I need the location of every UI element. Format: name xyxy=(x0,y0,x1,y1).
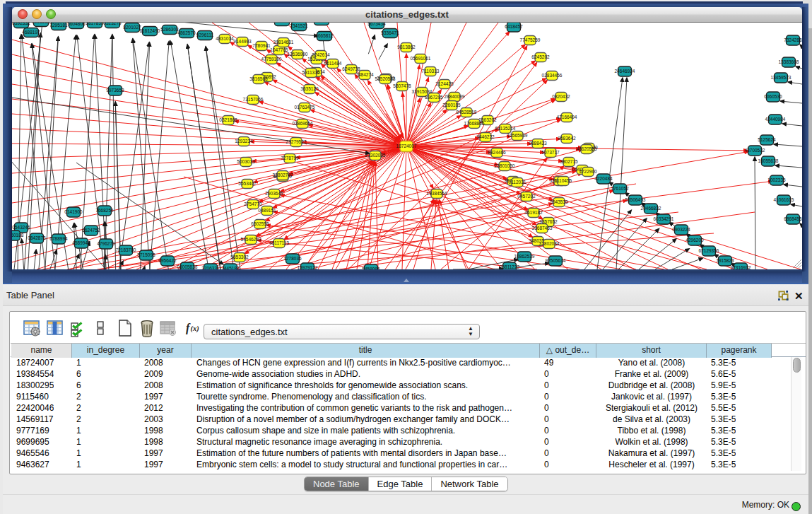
svg-text:4722900: 4722900 xyxy=(579,169,597,174)
svg-text:7915823: 7915823 xyxy=(716,258,734,263)
svg-text:25801030: 25801030 xyxy=(495,163,515,168)
svg-text:6418457: 6418457 xyxy=(505,24,523,29)
svg-text:0457202: 0457202 xyxy=(517,194,536,199)
svg-text:9144993: 9144993 xyxy=(233,39,252,44)
svg-text:8967295: 8967295 xyxy=(425,95,443,100)
svg-text:33687463: 33687463 xyxy=(532,226,553,230)
svg-text:43700532: 43700532 xyxy=(745,148,765,153)
svg-text:7341521: 7341521 xyxy=(290,23,308,28)
svg-text:64135214: 64135214 xyxy=(495,126,516,131)
svg-text:4296200: 4296200 xyxy=(686,238,704,243)
svg-text:55506493: 55506493 xyxy=(625,197,646,202)
svg-text:31802034: 31802034 xyxy=(539,241,560,246)
svg-text:61612490: 61612490 xyxy=(140,28,160,33)
svg-text:0321868: 0321868 xyxy=(219,117,237,122)
svg-text:20466832: 20466832 xyxy=(641,206,661,211)
svg-text:19384554: 19384554 xyxy=(427,191,447,196)
svg-text:1110455: 1110455 xyxy=(555,178,572,183)
svg-text:9813862: 9813862 xyxy=(397,45,416,49)
svg-text:84528518: 84528518 xyxy=(457,110,477,115)
svg-text:6245202: 6245202 xyxy=(531,54,550,59)
svg-text:02869654: 02869654 xyxy=(293,121,313,126)
svg-text:53520583: 53520583 xyxy=(375,76,396,81)
svg-text:33802747: 33802747 xyxy=(273,173,293,177)
svg-text:54546293: 54546293 xyxy=(241,237,261,242)
svg-text:0820432: 0820432 xyxy=(552,94,570,99)
svg-text:8201027: 8201027 xyxy=(123,25,141,30)
svg-text:24646924: 24646924 xyxy=(615,69,635,74)
svg-text:0888423: 0888423 xyxy=(529,141,547,146)
svg-text:4619182: 4619182 xyxy=(524,210,543,215)
svg-text:47166494: 47166494 xyxy=(557,115,577,119)
svg-text:5673434: 5673434 xyxy=(367,23,386,26)
svg-text:28840099: 28840099 xyxy=(445,94,465,99)
svg-text:4831034: 4831034 xyxy=(216,36,234,41)
svg-text:1293234: 1293234 xyxy=(235,139,253,144)
svg-text:23302035: 23302035 xyxy=(365,153,386,158)
svg-text:3635120: 3635120 xyxy=(300,86,319,91)
svg-text:41061615: 41061615 xyxy=(774,197,794,202)
svg-text:0956422: 0956422 xyxy=(158,258,177,263)
svg-text:5817839: 5817839 xyxy=(86,23,104,25)
svg-text:9583642: 9583642 xyxy=(558,136,576,141)
svg-text:5003033: 5003033 xyxy=(237,159,255,164)
svg-text:4220484: 4220484 xyxy=(594,176,613,181)
svg-text:4226238: 4226238 xyxy=(273,23,291,23)
svg-text:92505634: 92505634 xyxy=(546,258,566,263)
svg-text:0523279: 0523279 xyxy=(103,23,122,25)
svg-text:(x): (x) xyxy=(191,325,199,333)
svg-text:2754770: 2754770 xyxy=(244,201,262,206)
svg-text:6788994: 6788994 xyxy=(49,236,68,241)
svg-text:16055638: 16055638 xyxy=(758,158,779,163)
svg-text:9973653: 9973653 xyxy=(106,88,124,93)
svg-text:48117113: 48117113 xyxy=(269,240,289,245)
svg-text:0543246: 0543246 xyxy=(12,225,30,230)
svg-text:6249738: 6249738 xyxy=(342,66,360,71)
svg-text:67129356: 67129356 xyxy=(699,248,719,253)
svg-text:6993563: 6993563 xyxy=(32,23,50,24)
svg-text:0842873: 0842873 xyxy=(28,235,46,240)
svg-text:7780941: 7780941 xyxy=(252,43,271,48)
svg-text:77475259: 77475259 xyxy=(520,37,541,42)
svg-text:06005838: 06005838 xyxy=(177,264,198,269)
svg-text:2242614: 2242614 xyxy=(312,52,330,57)
svg-text:1047765: 1047765 xyxy=(270,47,288,52)
svg-text:10862539: 10862539 xyxy=(514,254,535,259)
svg-text:5073717: 5073717 xyxy=(541,150,560,155)
svg-text:1002335: 1002335 xyxy=(767,177,786,182)
svg-text:9296111: 9296111 xyxy=(196,33,214,37)
svg-text:72183780: 72183780 xyxy=(116,247,136,252)
svg-text:0903224: 0903224 xyxy=(672,227,690,232)
svg-text:7295181: 7295181 xyxy=(49,23,68,28)
svg-text:13459573: 13459573 xyxy=(771,75,792,80)
svg-text:4589943: 4589943 xyxy=(72,240,90,245)
svg-text:7110313: 7110313 xyxy=(422,69,440,74)
svg-text:05691061: 05691061 xyxy=(411,56,431,61)
svg-text:47759100: 47759100 xyxy=(261,57,282,62)
svg-text:4688197: 4688197 xyxy=(22,30,40,35)
svg-text:7484274: 7484274 xyxy=(355,72,374,77)
svg-text:5553407: 5553407 xyxy=(238,181,257,186)
svg-text:5943530: 5943530 xyxy=(550,199,568,204)
svg-text:12636990: 12636990 xyxy=(288,52,308,57)
svg-text:02834456: 02834456 xyxy=(542,73,563,78)
svg-text:17668865: 17668865 xyxy=(464,121,485,126)
svg-text:5653302: 5653302 xyxy=(230,255,249,259)
svg-text:29279527: 29279527 xyxy=(286,139,307,144)
svg-text:39814631: 39814631 xyxy=(273,40,294,45)
svg-text:6624752: 6624752 xyxy=(82,228,100,233)
svg-text:13383668: 13383668 xyxy=(779,59,799,64)
svg-text:4796279: 4796279 xyxy=(97,241,115,246)
svg-text:18724007: 18724007 xyxy=(396,144,417,148)
svg-text:6665812: 6665812 xyxy=(315,33,334,38)
svg-text:5125624: 5125624 xyxy=(758,137,776,142)
svg-text:5311336: 5311336 xyxy=(302,70,320,75)
svg-text:5715098: 5715098 xyxy=(137,252,155,257)
svg-text:0112031: 0112031 xyxy=(509,180,526,185)
svg-text:7668254: 7668254 xyxy=(95,208,114,213)
svg-text:0141900: 0141900 xyxy=(64,209,83,214)
svg-text:1278036: 1278036 xyxy=(283,256,302,261)
svg-text:7278799: 7278799 xyxy=(281,156,299,160)
svg-text:5286303: 5286303 xyxy=(160,27,179,32)
svg-text:8824466: 8824466 xyxy=(488,150,506,155)
